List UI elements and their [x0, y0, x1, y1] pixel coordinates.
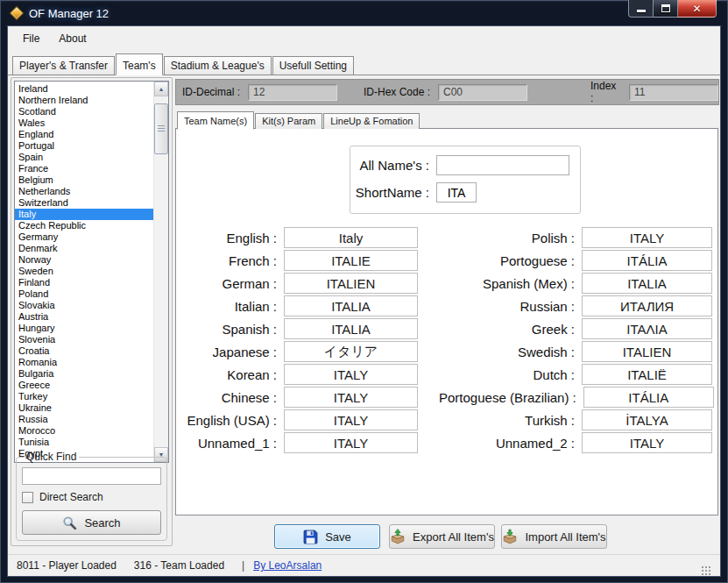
maximize-button[interactable]	[654, 0, 678, 18]
lang-input-swedish[interactable]	[582, 341, 712, 362]
lang-input-dutch[interactable]	[582, 364, 712, 385]
lang-input-chinese[interactable]	[284, 387, 418, 408]
country-item[interactable]: Belgium	[15, 174, 153, 186]
quick-find-group: Quick Find Direct Search Search	[16, 451, 167, 541]
tab-players-transfer[interactable]: Player's & Transfer	[12, 56, 115, 75]
tab-usefull-setting[interactable]: Usefull Setting	[272, 56, 354, 75]
country-item[interactable]: Germany	[15, 231, 153, 243]
shortname-input[interactable]	[436, 182, 477, 203]
all-names-input[interactable]	[436, 155, 569, 175]
index-field: Index :	[590, 80, 718, 104]
menu-about[interactable]: About	[49, 28, 95, 49]
shortname-row: ShortName :	[350, 182, 580, 203]
lang-row: Swedish :	[439, 341, 712, 362]
country-item[interactable]: Tunisia	[15, 437, 153, 448]
country-item[interactable]: Austria	[15, 311, 153, 323]
lang-row: Unnamed_1 :	[176, 432, 418, 453]
import-icon	[502, 529, 518, 544]
search-button[interactable]: Search	[22, 510, 161, 535]
scroll-track[interactable]	[154, 96, 168, 447]
lang-label: Japanese :	[176, 345, 284, 359]
country-item[interactable]: Switzerland	[15, 197, 153, 209]
scroll-up-button[interactable]: ▲	[154, 82, 168, 96]
lang-input-unnamed-1[interactable]	[284, 432, 418, 453]
country-item[interactable]: Denmark	[15, 243, 153, 254]
lang-input-russian[interactable]	[582, 295, 712, 316]
lang-input-unnamed-2[interactable]	[582, 432, 712, 453]
lang-label: Spanish :	[176, 322, 284, 337]
menubar: File About	[8, 26, 720, 51]
direct-search-row: Direct Search	[22, 491, 161, 503]
scroll-thumb[interactable]	[154, 103, 168, 154]
lang-row: French :	[176, 250, 418, 271]
lang-input-japanese[interactable]	[284, 341, 418, 362]
country-item[interactable]: Croatia	[15, 345, 153, 357]
country-item[interactable]: Slovakia	[15, 300, 153, 311]
country-item[interactable]: Wales	[15, 117, 153, 129]
country-item[interactable]: Ireland	[15, 83, 153, 95]
country-item[interactable]: Bulgaria	[15, 368, 153, 380]
tab-stadium-leagues[interactable]: Stadium & League's	[164, 56, 272, 75]
country-item[interactable]: Northern Ireland	[15, 95, 153, 106]
subtab-lineup-formation[interactable]: LineUp & Fomation	[323, 113, 420, 129]
resize-grip-icon[interactable]	[700, 565, 711, 576]
import-all-button[interactable]: Import All Item's	[501, 524, 607, 549]
country-item[interactable]: Russia	[15, 414, 153, 425]
lang-input-spanish[interactable]	[284, 318, 418, 339]
lang-input-french[interactable]	[284, 250, 418, 271]
country-item[interactable]: Czech Republic	[15, 220, 153, 231]
country-item[interactable]: Morocco	[15, 425, 153, 437]
country-item[interactable]: Greece	[15, 380, 153, 391]
lang-input-turkish[interactable]	[582, 409, 712, 430]
country-item[interactable]: Netherlands	[15, 186, 153, 197]
team-names-panel: All Name's : ShortName : English : Frenc…	[175, 128, 718, 515]
lang-input-portoguese-brazilian[interactable]	[583, 387, 714, 408]
country-item[interactable]: Poland	[15, 288, 153, 300]
id-decimal-label: ID-Decimal :	[182, 86, 240, 98]
lang-input-portoguese[interactable]	[582, 250, 712, 271]
lang-input-english-usa[interactable]	[284, 409, 418, 430]
country-item[interactable]: Spain	[15, 152, 153, 163]
export-all-button[interactable]: Export All Item's	[389, 524, 495, 549]
tab-teams[interactable]: Team's	[116, 53, 163, 75]
quick-find-input[interactable]	[22, 467, 161, 485]
country-item[interactable]: France	[15, 163, 153, 174]
lang-input-polish[interactable]	[582, 227, 712, 248]
country-item[interactable]: Scotland	[15, 106, 153, 117]
country-item[interactable]: Norway	[15, 254, 153, 266]
country-item[interactable]: Italy	[15, 209, 153, 220]
lang-input-german[interactable]	[284, 273, 418, 294]
lang-row: Portoguese :	[439, 250, 712, 271]
lang-input-greek[interactable]	[582, 318, 712, 339]
country-item[interactable]: Slovenia	[15, 334, 153, 345]
lang-input-italian[interactable]	[284, 295, 418, 316]
subtab-kits-param[interactable]: Kit(s) Param	[255, 113, 322, 129]
country-item[interactable]: England	[15, 129, 153, 140]
country-item[interactable]: Sweden	[15, 266, 153, 277]
lang-row: Turkish :	[439, 409, 712, 430]
country-item[interactable]: Hungary	[15, 323, 153, 334]
list-scrollbar[interactable]: ▲ ▼	[153, 82, 168, 462]
titlebar[interactable]: OF Manager 12 ✕	[0, 0, 728, 26]
all-names-label: All Name's :	[350, 158, 436, 173]
minimize-button[interactable]	[628, 0, 654, 18]
credit-link[interactable]: By LeoArsalan	[253, 559, 322, 572]
country-item[interactable]: Portugal	[15, 140, 153, 152]
menu-file[interactable]: File	[13, 28, 49, 49]
left-panel: Ireland Northern Ireland Scotland Wales …	[11, 77, 173, 546]
lang-row: Unnamed_2 :	[439, 432, 712, 453]
all-names-row: All Name's :	[350, 155, 580, 175]
country-item[interactable]: Romania	[15, 357, 153, 368]
close-button[interactable]: ✕	[678, 0, 717, 18]
save-button[interactable]: Save	[274, 524, 380, 549]
lang-label: Spanish (Mex) :	[439, 276, 582, 291]
country-item[interactable]: Ukraine	[15, 402, 153, 414]
lang-input-spanish-mex[interactable]	[582, 273, 712, 294]
lang-input-english[interactable]	[284, 227, 418, 248]
direct-search-checkbox[interactable]	[22, 492, 33, 503]
country-item[interactable]: Finland	[15, 277, 153, 288]
lang-input-korean[interactable]	[284, 364, 418, 385]
subtab-team-names[interactable]: Team Name(s)	[177, 111, 254, 130]
lang-row: English (USA) :	[176, 409, 418, 430]
country-item[interactable]: Turkey	[15, 391, 153, 402]
